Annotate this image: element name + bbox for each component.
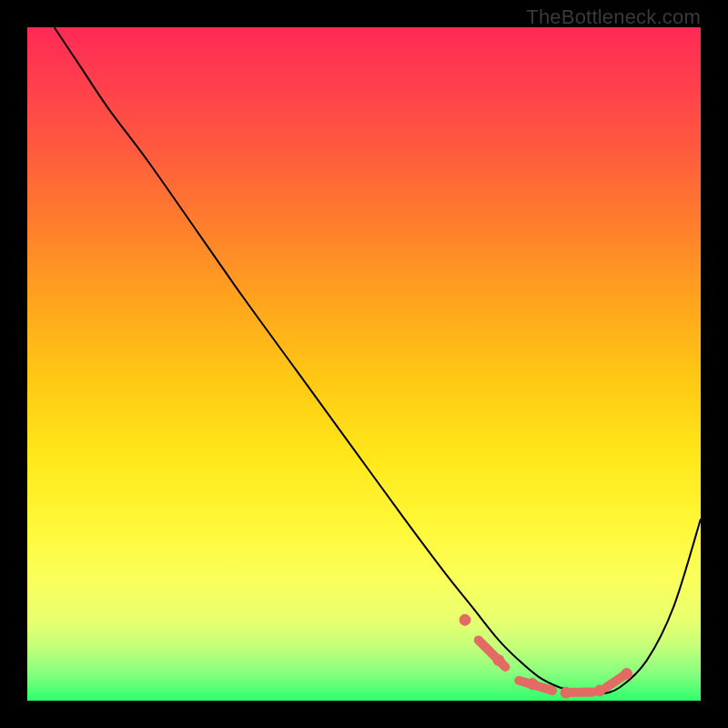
valley-dot (527, 679, 538, 690)
valley-dot (622, 668, 632, 679)
curve-svg (27, 27, 701, 701)
chart-frame: TheBottleneck.com (0, 0, 728, 728)
bottleneck-curve (55, 27, 701, 694)
valley-dot (561, 687, 571, 698)
plot-area (27, 27, 701, 701)
valley-dot (493, 655, 504, 666)
valley-dot (594, 685, 605, 696)
valley-dot (460, 614, 470, 625)
valley-markers (460, 614, 632, 698)
watermark-text: TheBottleneck.com (526, 5, 701, 29)
